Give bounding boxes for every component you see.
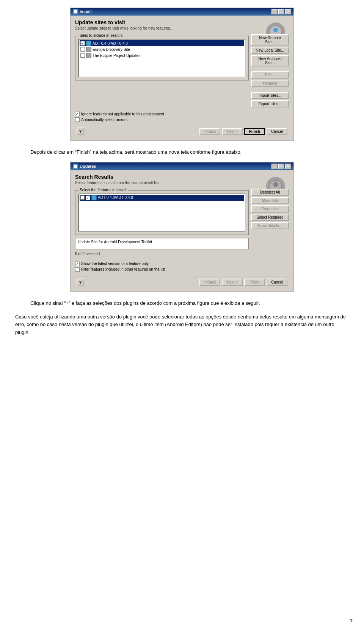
updates-win-controls: _ □ ✕: [271, 164, 291, 169]
updates-dialog-left: Select the features to install: + ADT-0.…: [75, 189, 249, 273]
auto-mirrors-row: Automatically select mirrors: [75, 117, 289, 122]
install-titlebar: Install _ □ ✕: [71, 8, 293, 16]
item1-icon: [86, 41, 91, 46]
install-dialog-left: Sites to include in search: ADT-0.4.0/AD…: [75, 34, 249, 109]
new-local-button[interactable]: New Local Site...: [251, 47, 289, 54]
updates-close-btn[interactable]: ✕: [285, 164, 291, 169]
new-remote-button[interactable]: New Remote Site...: [251, 34, 289, 46]
error-details-button[interactable]: Error Details...: [251, 222, 289, 229]
install-bottom-bar: ? < Back Next > Finish Cancel: [75, 125, 289, 137]
deselect-all-button[interactable]: Deselect All: [251, 189, 289, 196]
desc3-text: Caso você esteja utilizando uma outra ve…: [15, 313, 349, 337]
ignore-features-label: Ignore features not applicable to this e…: [81, 112, 164, 116]
updates-cancel-button[interactable]: Cancel: [267, 279, 287, 286]
list-item[interactable]: The Eclipse Project Updates: [80, 52, 244, 58]
install-finish-button[interactable]: Finish: [244, 128, 265, 135]
install-dialog-subtitle: Select update sites to visit while looki…: [75, 26, 266, 30]
ignore-features-checkbox[interactable]: [75, 112, 80, 116]
list-item[interactable]: Europa Discovery Site: [80, 46, 244, 52]
edit-button[interactable]: Edit...: [251, 71, 289, 79]
new-archived-button[interactable]: New Archived Site...: [251, 55, 289, 66]
install-back-button[interactable]: < Back: [199, 128, 220, 135]
item1-label: ADT-0.4.0/ADT-0.4.0: [93, 41, 128, 46]
auto-mirrors-label: Automatically select mirrors: [81, 118, 127, 122]
updates-title: Updates: [80, 164, 96, 169]
item3-checkbox[interactable]: [80, 53, 85, 58]
item2-icon: [86, 47, 91, 52]
svg-point-2: [273, 28, 278, 32]
ignore-features-row: Ignore features not applicable to this e…: [75, 112, 289, 116]
item3-label: The Eclipse Project Updates: [93, 54, 140, 58]
filter-features-checkbox[interactable]: [75, 267, 80, 272]
install-titlebar-icon: [73, 9, 78, 14]
updates-dialog-content: Search Results Select features to instal…: [71, 170, 293, 292]
selected-count-text: 0 of 2 selected.: [75, 251, 249, 257]
install-dialog-screenshot: Install _ □ ✕ Update sites to visit Sele…: [70, 8, 294, 141]
feature1-label: ADT-0.4.0/ADT-0.4.0: [98, 195, 133, 200]
updates-checkboxes: Show the latest version of a feature onl…: [75, 262, 249, 272]
show-latest-row: Show the latest version of a feature onl…: [75, 262, 249, 266]
sites-group-label: Sites to include in search:: [78, 33, 124, 38]
updates-help-button[interactable]: ?: [77, 279, 84, 286]
page-number: 7: [350, 618, 353, 624]
tree-expand-btn[interactable]: +: [80, 195, 85, 200]
svg-rect-0: [74, 10, 77, 13]
updates-next-button[interactable]: Next >: [222, 279, 243, 286]
install-next-button[interactable]: Next >: [222, 128, 243, 135]
features-list-box[interactable]: + ADT-0.4.0/ADT-0.4.0: [78, 194, 245, 232]
updates-maximize-btn[interactable]: □: [278, 164, 284, 169]
install-dialog-content: Update sites to visit Select update site…: [71, 16, 293, 140]
more-info-button[interactable]: More Info: [251, 197, 289, 204]
install-dialog-heading: Update sites to visit: [75, 19, 266, 25]
status-desc-box: Update Site for Android Development Tool…: [75, 238, 249, 249]
export-sites-button[interactable]: Export sites...: [251, 100, 289, 107]
install-dialog-right: New Remote Site... New Local Site... New…: [251, 34, 289, 109]
install-checkboxes: Ignore features not applicable to this e…: [75, 112, 289, 122]
item2-label: Europa Discovery Site: [93, 47, 130, 52]
desc1-text: Depois de clicar em “Finish” na tela aci…: [15, 148, 349, 156]
feature1-checkbox[interactable]: [86, 195, 90, 200]
minimize-btn[interactable]: _: [271, 9, 278, 14]
desc2-text: Clique no sinal “+” e faça as seleções d…: [15, 299, 349, 307]
updates-titlebar: Updates _ □ ✕: [71, 162, 293, 170]
features-group-label: Select the features to install:: [78, 188, 129, 192]
updates-back-button[interactable]: < Back: [199, 279, 220, 286]
item1-checkbox[interactable]: [80, 41, 85, 46]
auto-mirrors-checkbox[interactable]: [75, 117, 80, 122]
select-required-button[interactable]: Select Required: [251, 214, 289, 221]
updates-dialog-subtitle: Select features to install from the sear…: [75, 181, 266, 185]
updates-dialog-screenshot: Updates _ □ ✕ Search Results Select feat…: [70, 162, 294, 292]
updates-minimize-btn[interactable]: _: [271, 164, 278, 169]
features-group-box: Select the features to install: + ADT-0.…: [75, 190, 249, 235]
svg-rect-3: [74, 165, 77, 168]
filter-features-label: Filter features included in other featur…: [81, 267, 165, 271]
svg-point-5: [273, 182, 278, 187]
sites-list-box[interactable]: ADT-0.4.0/ADT-0.4.0 Europa Discovery Sit…: [78, 39, 245, 77]
maximize-btn[interactable]: □: [278, 9, 284, 14]
show-latest-label: Show the latest version of a feature onl…: [81, 262, 149, 266]
updates-dialog-body: Select the features to install: + ADT-0.…: [75, 189, 289, 273]
install-title: Install: [80, 9, 92, 14]
import-sites-button[interactable]: Import sites...: [251, 92, 289, 99]
properties-button[interactable]: Properties: [251, 205, 289, 213]
install-help-button[interactable]: ?: [77, 128, 84, 135]
status-desc-text: Update Site for Android Development Tool…: [78, 240, 152, 244]
filter-features-row: Filter features included in other featur…: [75, 267, 249, 272]
install-win-controls: _ □ ✕: [271, 9, 291, 14]
show-latest-checkbox[interactable]: [75, 262, 80, 266]
updates-dialog-heading: Search Results: [75, 174, 266, 180]
tree-item[interactable]: + ADT-0.4.0/ADT-0.4.0: [80, 195, 244, 201]
updates-dialog-right: Deselect All More Info Properties Select…: [251, 189, 289, 273]
remove-button[interactable]: Remove: [251, 80, 289, 87]
item2-checkbox[interactable]: [80, 47, 85, 52]
separator: [75, 259, 249, 259]
close-btn[interactable]: ✕: [285, 9, 291, 14]
feature1-icon: [91, 195, 97, 200]
list-item[interactable]: ADT-0.4.0/ADT-0.4.0: [80, 40, 244, 46]
sites-group-box: Sites to include in search: ADT-0.4.0/AD…: [75, 36, 249, 80]
item3-icon: [86, 53, 91, 58]
updates-bottom-bar: ? < Back Next > Finish Cancel: [75, 276, 289, 288]
install-cancel-button[interactable]: Cancel: [267, 128, 287, 135]
install-dialog-body: Sites to include in search: ADT-0.4.0/AD…: [75, 34, 289, 109]
updates-finish-button[interactable]: Finish: [244, 279, 265, 286]
